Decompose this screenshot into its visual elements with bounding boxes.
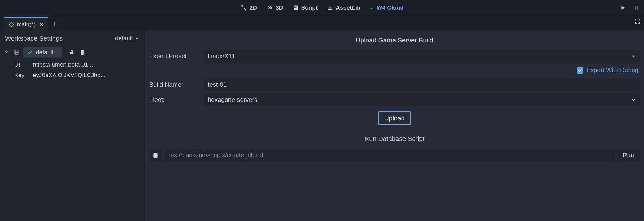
workspace-dropdown-label: default [115, 35, 133, 42]
top-right-controls [618, 3, 642, 13]
svg-rect-2 [635, 6, 636, 10]
mode-w4cloud-label: W4 Cloud [377, 4, 404, 11]
svg-point-1 [372, 7, 372, 8]
scene-circle-icon [9, 22, 14, 27]
globe-icon [13, 49, 20, 56]
fleet-value: hexagone-servers [208, 96, 257, 103]
content-panel: Upload Game Server Build Export Preset: … [145, 30, 644, 221]
workspace-sidebar: Workspace Settings default default [0, 30, 145, 221]
tab-main[interactable]: main(*) [4, 17, 48, 30]
export-preset-dropdown[interactable]: Linux/X11 [204, 50, 640, 62]
workspace-title: Workspace Settings [5, 35, 63, 42]
mode-3d-button[interactable]: 3D [264, 3, 285, 12]
download-icon [327, 5, 333, 11]
mode-script-label: Script [301, 4, 318, 11]
scene-tab-bar: main(*) [0, 15, 644, 30]
tab-main-label: main(*) [17, 21, 36, 28]
mode-2d-button[interactable]: 2D [238, 3, 259, 12]
workspace-header: Workspace Settings default [3, 33, 141, 45]
chevron-down-icon [631, 54, 636, 59]
lock-icon[interactable] [69, 49, 75, 55]
check-icon [27, 50, 33, 55]
export-preset-row: Export Preset: Linux/X11 [149, 50, 640, 62]
build-name-row: Build Name: test-01 [149, 79, 640, 91]
close-icon[interactable] [39, 22, 44, 27]
tree-url-label: Url [14, 61, 27, 68]
svg-rect-6 [70, 52, 74, 54]
upload-section-title: Upload Game Server Build [149, 35, 640, 47]
mode-assetlib-button[interactable]: AssetLib [325, 3, 362, 12]
tree-key-row[interactable]: Key eyJ0eXAiOiJKV1QiLCJhb... [3, 70, 141, 80]
export-debug-checkbox[interactable] [577, 67, 583, 74]
play-button[interactable] [618, 3, 628, 13]
tree-url-value: https://lumen.beta-01.... [33, 61, 95, 68]
upload-button-row: Upload [149, 109, 640, 130]
add-tab-button[interactable] [48, 17, 61, 30]
workspace-dropdown[interactable]: default [115, 35, 140, 42]
workspace-default-chip[interactable]: default [23, 47, 62, 58]
tree-key-label: Key [14, 72, 27, 79]
mode-script-button[interactable]: Script [290, 3, 320, 12]
upload-button[interactable]: Upload [378, 111, 411, 125]
script-file-picker-button[interactable] [149, 149, 162, 162]
export-debug-label: Export With Debug [586, 67, 638, 74]
script-icon [292, 5, 298, 11]
chevron-down-icon [135, 36, 140, 41]
top-toolbar: 2D 3D Script AssetLib W4 Cloud [0, 0, 644, 15]
switch-2d-icon [240, 4, 247, 11]
fleet-row: Fleet: hexagone-servers [149, 94, 640, 106]
svg-point-4 [10, 23, 13, 26]
switch-3d-icon [266, 4, 273, 11]
export-preset-value: Linux/X11 [208, 53, 235, 60]
add-document-icon[interactable] [80, 49, 86, 56]
tree-collapse-button[interactable] [4, 49, 10, 56]
mode-3d-label: 3D [276, 4, 283, 11]
build-name-value: test-01 [208, 81, 227, 88]
build-name-input[interactable]: test-01 [204, 79, 640, 91]
mode-w4cloud-button[interactable]: W4 Cloud [368, 3, 406, 12]
svg-rect-3 [637, 6, 638, 10]
cloud-bullet-icon [370, 6, 374, 10]
build-name-label: Build Name: [149, 81, 200, 88]
fleet-dropdown[interactable]: hexagone-servers [204, 94, 640, 106]
tree-url-row[interactable]: Url https://lumen.beta-01.... [3, 59, 141, 70]
fleet-label: Fleet: [149, 96, 200, 103]
export-debug-row: Export With Debug [149, 65, 640, 76]
tree-key-value: eyJ0eXAiOiJKV1QiLCJhb... [33, 72, 105, 79]
script-path-input[interactable] [164, 149, 615, 162]
workspace-default-label: default [36, 49, 54, 56]
workspace-mode-switcher: 2D 3D Script AssetLib W4 Cloud [238, 3, 406, 12]
main-area: Workspace Settings default default [0, 30, 644, 221]
dbscript-section-title: Run Database Script [149, 133, 640, 145]
script-icon [152, 152, 159, 158]
tree-root-row: default [3, 45, 141, 59]
pause-button[interactable] [632, 3, 642, 13]
mode-assetlib-label: AssetLib [336, 4, 360, 11]
script-row: Run [149, 149, 640, 162]
run-button[interactable]: Run [617, 149, 640, 162]
expand-fullscreen-button[interactable] [634, 18, 641, 26]
mode-2d-label: 2D [250, 4, 257, 11]
chevron-down-icon [631, 98, 636, 102]
export-preset-label: Export Preset: [149, 53, 200, 60]
